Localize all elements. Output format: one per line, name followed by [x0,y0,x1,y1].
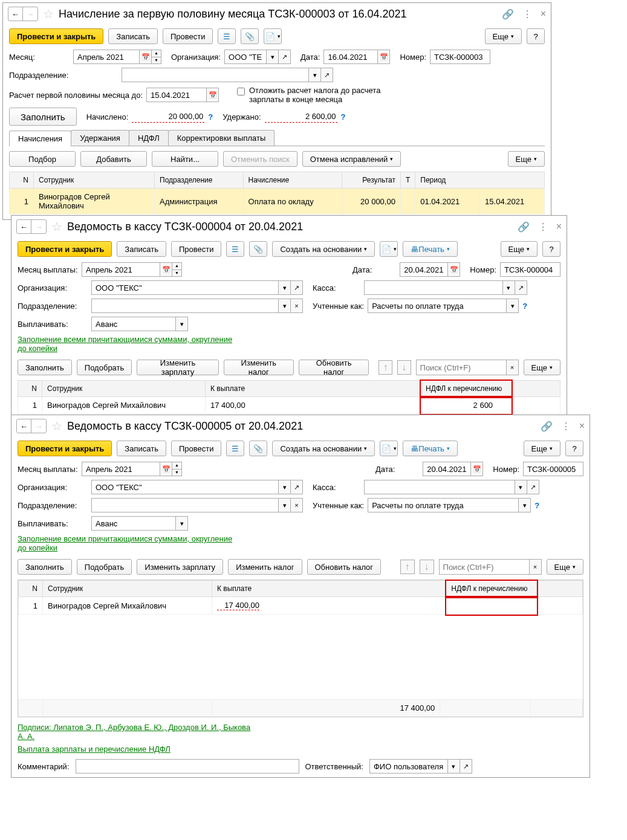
dept-input[interactable] [91,498,279,512]
update-tax-button[interactable]: Обновить налог [307,559,382,575]
ndfl-link[interactable]: Выплата зарплаты и перечисление НДФЛ [18,745,171,754]
post-close-button[interactable]: Провести и закрыть [9,28,103,44]
tab-accruals[interactable]: Начисления [9,131,71,146]
attach-icon[interactable]: 📎 [249,441,267,456]
calendar-icon[interactable]: 📅 [160,462,172,476]
forward-button[interactable]: → [31,220,46,233]
post-button[interactable]: Провести [171,241,222,257]
template-icon[interactable]: 📄 [380,441,398,456]
clear-icon[interactable]: × [530,559,542,575]
print-button[interactable]: 🖶 Печать [403,241,458,257]
attach-icon[interactable]: 📎 [241,28,259,44]
pay-input[interactable] [91,516,176,531]
open-icon[interactable]: ↗ [321,68,333,82]
pick-button[interactable]: Подобрать [77,360,132,375]
table-row[interactable]: 1 Виноградов Сергей Михайлович Администр… [10,189,545,215]
more-button[interactable]: Еще [508,151,545,167]
back-button[interactable]: ← [17,419,31,433]
list-icon[interactable]: ☰ [218,28,236,44]
date-input[interactable] [423,462,471,476]
back-button[interactable]: ← [8,7,23,21]
list-icon[interactable]: ☰ [226,241,244,257]
dept-input[interactable] [91,299,279,313]
link-icon[interactable]: 🔗 [518,221,530,233]
help-icon[interactable]: ? [341,112,346,121]
calendar-icon[interactable]: 📅 [140,50,152,64]
more-button[interactable]: Еще [547,559,583,575]
menu-icon[interactable]: ⋮ [561,421,571,432]
save-button[interactable]: Записать [108,28,158,44]
signers-link[interactable]: Подписи: Липатов Э. П., Арбузова Е. Ю., … [18,723,259,741]
open-icon[interactable]: ↗ [279,50,291,64]
template-icon[interactable]: 📄 [380,241,398,257]
num-input[interactable] [500,262,560,277]
resp-input[interactable] [369,759,448,774]
clear-icon[interactable]: × [507,360,519,375]
favorite-icon[interactable]: ☆ [51,419,62,433]
calendar-icon[interactable]: 📅 [448,262,460,277]
save-button[interactable]: Записать [117,441,166,456]
change-salary-button[interactable]: Изменить зарплату [137,360,218,375]
dropdown-icon[interactable]: ▾ [267,50,279,64]
month-input[interactable] [73,50,140,64]
fill-button[interactable]: Заполнить [18,360,72,375]
help-icon[interactable]: ? [534,501,539,510]
post-button[interactable]: Провести [171,441,222,456]
calendar-icon[interactable]: 📅 [378,50,390,64]
cancel-search-button[interactable]: Отменить поиск [223,151,297,167]
table-row[interactable]: 1 Виноградов Сергей Михайлович 17 400,00 [19,597,583,615]
find-button[interactable]: Найти... [152,151,218,167]
close-icon[interactable]: × [556,221,562,232]
forward-button[interactable]: → [23,7,37,21]
more-button[interactable]: Еще [501,241,538,257]
help-button[interactable]: ? [542,241,560,257]
update-tax-button[interactable]: Обновить налог [299,360,369,375]
date-input[interactable] [323,50,378,64]
pick-button[interactable]: Подобрать [77,559,132,575]
month-input[interactable] [82,262,160,277]
link-icon[interactable]: 🔗 [502,8,514,20]
acct-input[interactable] [368,498,519,512]
close-icon[interactable]: × [579,421,585,431]
org-input[interactable] [224,50,267,64]
change-tax-button[interactable]: Изменить налог [224,360,294,375]
fill-mode-link[interactable]: Заполнение всеми причитающимися суммами,… [18,534,241,552]
more-button[interactable]: Еще [485,28,522,44]
print-button[interactable]: 🖶 Печать [403,441,458,456]
table-row[interactable]: 1 Виноградов Сергей Михайлович 17 400,00… [18,397,560,414]
close-icon[interactable]: × [541,8,546,19]
more-button[interactable]: Еще [524,441,560,456]
favorite-icon[interactable]: ☆ [51,219,62,234]
num-input[interactable] [430,50,490,64]
date-input[interactable] [400,262,448,277]
calendar-icon[interactable]: 📅 [207,88,219,102]
calendar-icon[interactable]: 📅 [471,462,483,476]
month-up[interactable]: ▲ [152,50,161,57]
back-button[interactable]: ← [17,220,31,233]
help-icon[interactable]: ? [522,302,527,311]
up-icon[interactable]: ↑ [400,560,415,574]
forward-button[interactable]: → [31,419,46,433]
template-icon[interactable]: 📄 [264,28,282,44]
search-input[interactable] [416,360,507,375]
create-based-button[interactable]: Создать на основании [272,241,375,257]
help-icon[interactable]: ? [208,112,213,121]
select-button[interactable]: Подбор [9,151,76,167]
dept-input[interactable] [122,68,309,82]
attach-icon[interactable]: 📎 [249,241,267,257]
calc-to-input[interactable] [146,88,207,102]
kassa-input[interactable] [364,280,503,295]
org-input[interactable] [91,280,279,295]
favorite-icon[interactable]: ☆ [43,7,54,21]
month-down[interactable]: ▼ [152,57,161,64]
save-button[interactable]: Записать [117,241,166,257]
fill-button[interactable]: Заполнить [9,108,77,126]
org-input[interactable] [91,480,279,494]
link-icon[interactable]: 🔗 [541,421,553,432]
pay-input[interactable] [91,317,176,331]
menu-icon[interactable]: ⋮ [522,8,532,20]
post-close-button[interactable]: Провести и закрыть [18,441,112,456]
kassa-input[interactable] [364,480,515,494]
calendar-icon[interactable]: 📅 [160,262,172,277]
tab-corrections[interactable]: Корректировки выплаты [168,130,275,146]
